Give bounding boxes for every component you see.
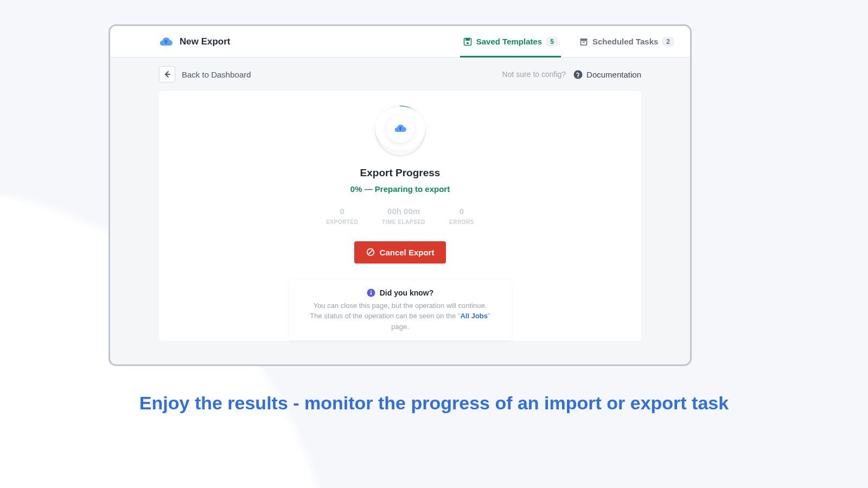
tabs: Saved Templates 5 Scheduled Tasks 2	[463, 26, 674, 57]
stat-time: 00h 00m TIME ELAPSED	[382, 207, 425, 225]
info-icon	[367, 288, 375, 297]
tab-saved-templates[interactable]: Saved Templates 5	[463, 26, 558, 57]
tab-badge: 5	[546, 37, 558, 47]
progress-card: Export Progress 0% — Preparing to export…	[159, 91, 641, 341]
archive-icon	[579, 37, 588, 46]
title-group: New Export	[159, 36, 231, 48]
marketing-caption: Enjoy the results - monitor the progress…	[0, 393, 868, 414]
tip-line2-pre: The status of the operation can be seen …	[310, 312, 460, 320]
documentation-link[interactable]: Documentation	[573, 70, 641, 79]
tab-label: Scheduled Tasks	[592, 37, 658, 46]
svg-point-12	[371, 290, 372, 291]
svg-rect-5	[583, 42, 585, 43]
progress-status: 0% — Preparing to export	[350, 184, 450, 194]
config-hint: Not sure to config?	[502, 70, 566, 79]
save-icon	[463, 37, 472, 46]
help-icon	[573, 70, 583, 79]
svg-point-2	[467, 42, 469, 44]
page-title: New Export	[180, 36, 231, 47]
svg-rect-13	[371, 292, 372, 295]
tab-scheduled-tasks[interactable]: Scheduled Tasks 2	[579, 26, 674, 57]
tip-line1: You can close this page, but the operati…	[314, 301, 487, 310]
progress-title: Export Progress	[360, 167, 441, 179]
cancel-label: Cancel Export	[380, 248, 435, 257]
toolbar: Back to Dashboard Not sure to config? Do…	[110, 57, 690, 91]
svg-rect-4	[580, 41, 586, 45]
cloud-upload-icon	[394, 123, 407, 134]
svg-rect-1	[465, 38, 470, 41]
ban-icon	[366, 248, 375, 256]
progress-stats: 0 EXPORTED 00h 00m TIME ELAPSED 0 ERRORS	[326, 207, 474, 225]
svg-point-7	[578, 76, 579, 78]
tip-panel: Did you know? You can close this page, b…	[289, 280, 512, 341]
svg-point-6	[574, 70, 583, 79]
cloud-upload-icon	[159, 36, 173, 48]
arrow-left-icon	[163, 70, 171, 78]
svg-rect-3	[580, 38, 587, 40]
back-label[interactable]: Back to Dashboard	[182, 70, 251, 79]
cancel-export-button[interactable]: Cancel Export	[354, 241, 446, 264]
svg-line-10	[368, 250, 372, 254]
stat-exported: 0 EXPORTED	[326, 207, 358, 225]
progress-ring	[375, 106, 425, 151]
app-window: New Export Saved Templates 5 Scheduled T…	[108, 24, 692, 366]
back-button[interactable]	[159, 66, 175, 82]
header: New Export Saved Templates 5 Scheduled T…	[110, 26, 690, 57]
tip-title: Did you know?	[380, 288, 434, 297]
stat-errors: 0 ERRORS	[449, 207, 474, 225]
tab-label: Saved Templates	[476, 37, 542, 46]
tab-badge: 2	[662, 37, 674, 47]
doc-label: Documentation	[586, 70, 641, 79]
all-jobs-link[interactable]: All Jobs	[460, 312, 488, 320]
